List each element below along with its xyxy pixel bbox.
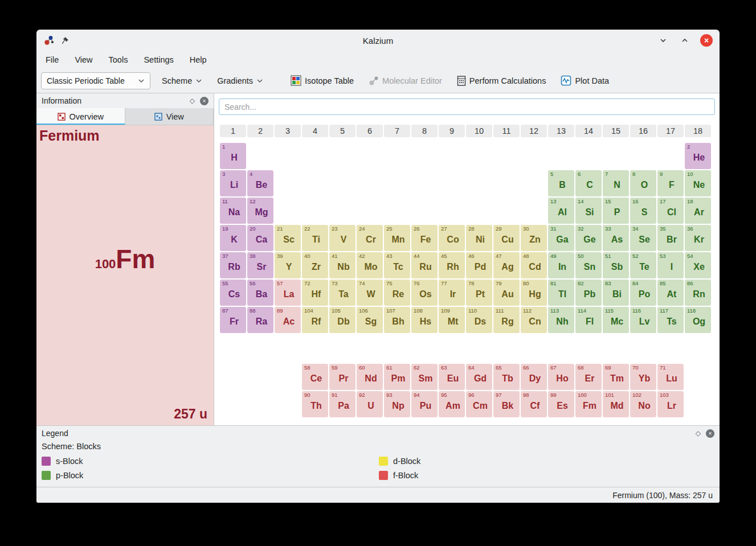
element-cell-pu[interactable]: 94Pu — [411, 391, 438, 417]
element-cell-pd[interactable]: 46Pd — [466, 252, 492, 278]
element-cell-nd[interactable]: 60Nd — [357, 364, 383, 390]
element-cell-db[interactable]: 105Db — [329, 307, 355, 333]
pin-icon[interactable] — [60, 36, 69, 45]
element-cell-md[interactable]: 101Md — [603, 391, 629, 417]
element-cell-s[interactable]: 16S — [630, 198, 656, 224]
scheme-dropdown[interactable]: Scheme — [158, 74, 206, 88]
tab-view[interactable]: View — [125, 108, 214, 125]
shade-window-icon[interactable] — [657, 34, 669, 47]
tab-overview[interactable]: Overview — [36, 108, 125, 125]
element-cell-rn[interactable]: 86Rn — [685, 280, 711, 306]
element-cell-no[interactable]: 102No — [630, 391, 656, 417]
element-cell-zr[interactable]: 40Zr — [302, 252, 328, 278]
element-cell-rg[interactable]: 111Rg — [493, 307, 520, 333]
element-cell-na[interactable]: 11Na — [220, 198, 246, 224]
element-cell-ge[interactable]: 32Ge — [575, 225, 602, 251]
element-cell-np[interactable]: 93Np — [384, 391, 410, 417]
element-cell-bh[interactable]: 107Bh — [384, 307, 410, 333]
element-cell-b[interactable]: 5B — [548, 170, 574, 196]
element-cell-yb[interactable]: 70Yb — [630, 364, 656, 390]
element-cell-co[interactable]: 27Co — [439, 225, 465, 251]
element-cell-sn[interactable]: 50Sn — [575, 252, 602, 278]
element-cell-gd[interactable]: 64Gd — [466, 364, 492, 390]
search-input[interactable] — [219, 98, 715, 115]
close-panel-icon[interactable]: × — [200, 97, 209, 105]
element-cell-be[interactable]: 4Be — [247, 170, 273, 196]
element-cell-ga[interactable]: 31Ga — [548, 225, 574, 251]
element-cell-pm[interactable]: 61Pm — [384, 364, 410, 390]
element-cell-w[interactable]: 74W — [357, 280, 383, 306]
element-cell-er[interactable]: 68Er — [575, 364, 602, 390]
element-cell-mo[interactable]: 42Mo — [357, 252, 383, 278]
element-cell-cm[interactable]: 96Cm — [466, 391, 492, 417]
element-cell-lr[interactable]: 103Lr — [657, 391, 684, 417]
menu-settings[interactable]: Settings — [144, 55, 173, 64]
element-cell-hs[interactable]: 108Hs — [411, 307, 438, 333]
element-cell-ce[interactable]: 58Ce — [302, 364, 328, 390]
element-cell-cl[interactable]: 17Cl — [657, 198, 684, 224]
element-cell-nh[interactable]: 113Nh — [548, 307, 574, 333]
element-cell-nb[interactable]: 41Nb — [329, 252, 355, 278]
element-cell-ti[interactable]: 22Ti — [302, 225, 328, 251]
element-cell-eu[interactable]: 63Eu — [439, 364, 465, 390]
element-cell-ho[interactable]: 67Ho — [548, 364, 574, 390]
gradients-dropdown[interactable]: Gradients — [214, 74, 267, 88]
maximize-window-icon[interactable] — [679, 34, 691, 47]
element-cell-lu[interactable]: 71Lu — [657, 364, 684, 390]
element-cell-at[interactable]: 85At — [657, 280, 684, 306]
float-panel-icon[interactable]: ◇ — [190, 97, 195, 105]
element-cell-al[interactable]: 13Al — [548, 198, 574, 224]
element-cell-sm[interactable]: 62Sm — [411, 364, 438, 390]
element-cell-pr[interactable]: 59Pr — [329, 364, 355, 390]
element-cell-in[interactable]: 49In — [548, 252, 574, 278]
element-cell-pa[interactable]: 91Pa — [329, 391, 355, 417]
element-cell-li[interactable]: 3Li — [220, 170, 246, 196]
element-cell-pb[interactable]: 82Pb — [575, 280, 602, 306]
element-cell-ag[interactable]: 47Ag — [493, 252, 520, 278]
close-panel-icon[interactable]: × — [706, 429, 714, 438]
element-cell-h[interactable]: 1H — [220, 143, 246, 169]
element-cell-se[interactable]: 34Se — [630, 225, 656, 251]
element-cell-fe[interactable]: 26Fe — [411, 225, 438, 251]
element-cell-k[interactable]: 19K — [220, 225, 246, 251]
element-cell-lv[interactable]: 116Lv — [630, 307, 656, 333]
element-cell-tm[interactable]: 69Tm — [603, 364, 629, 390]
menu-view[interactable]: View — [75, 55, 92, 64]
element-cell-y[interactable]: 39Y — [275, 252, 301, 278]
element-cell-zn[interactable]: 30Zn — [521, 225, 547, 251]
element-cell-fl[interactable]: 114Fl — [575, 307, 602, 333]
element-cell-la[interactable]: 57La — [275, 280, 301, 306]
element-cell-am[interactable]: 95Am — [439, 391, 465, 417]
element-cell-ru[interactable]: 44Ru — [411, 252, 438, 278]
element-cell-n[interactable]: 7N — [603, 170, 629, 196]
element-cell-rh[interactable]: 45Rh — [439, 252, 465, 278]
element-cell-ar[interactable]: 18Ar — [685, 198, 711, 224]
element-cell-th[interactable]: 90Th — [302, 391, 328, 417]
element-cell-fm[interactable]: 100Fm — [575, 391, 602, 417]
element-cell-cf[interactable]: 98Cf — [521, 391, 547, 417]
element-cell-re[interactable]: 75Re — [384, 280, 410, 306]
element-cell-ds[interactable]: 110Ds — [466, 307, 492, 333]
element-cell-tc[interactable]: 43Tc — [384, 252, 410, 278]
element-cell-o[interactable]: 8O — [630, 170, 656, 196]
element-cell-mt[interactable]: 109Mt — [439, 307, 465, 333]
element-cell-po[interactable]: 84Po — [630, 280, 656, 306]
element-cell-v[interactable]: 23V — [329, 225, 355, 251]
element-cell-ac[interactable]: 89Ac — [275, 307, 301, 333]
element-cell-ir[interactable]: 77Ir — [439, 280, 465, 306]
element-cell-u[interactable]: 92U — [357, 391, 383, 417]
element-cell-p[interactable]: 15P — [603, 198, 629, 224]
element-cell-pt[interactable]: 78Pt — [466, 280, 492, 306]
element-cell-mn[interactable]: 25Mn — [384, 225, 410, 251]
element-cell-cn[interactable]: 112Cn — [521, 307, 547, 333]
element-cell-i[interactable]: 53I — [657, 252, 684, 278]
element-cell-sg[interactable]: 106Sg — [357, 307, 383, 333]
element-cell-ra[interactable]: 88Ra — [247, 307, 273, 333]
element-cell-sb[interactable]: 51Sb — [603, 252, 629, 278]
element-cell-bi[interactable]: 83Bi — [603, 280, 629, 306]
element-cell-ts[interactable]: 117Ts — [657, 307, 684, 333]
element-cell-au[interactable]: 79Au — [493, 280, 520, 306]
menu-tools[interactable]: Tools — [109, 55, 128, 64]
element-cell-cr[interactable]: 24Cr — [357, 225, 383, 251]
element-cell-ne[interactable]: 10Ne — [685, 170, 711, 196]
